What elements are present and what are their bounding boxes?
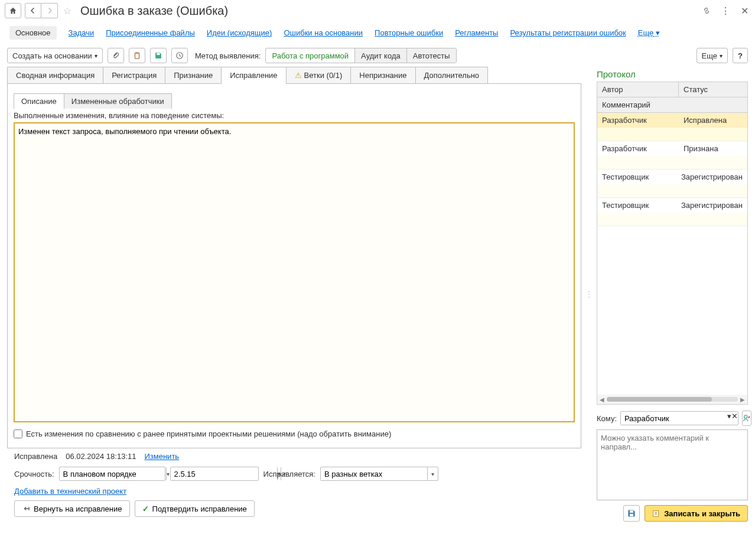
- protocol-row[interactable]: ТестировщикЗарегистрирован: [597, 170, 747, 198]
- warning-icon: ⚠: [295, 71, 302, 80]
- svg-rect-2: [157, 53, 160, 56]
- column-resizer[interactable]: [587, 67, 591, 522]
- link-repeated[interactable]: Повторные ошибки: [375, 28, 443, 37]
- svg-rect-5: [630, 510, 633, 513]
- link-results[interactable]: Результаты регистрации ошибок: [510, 28, 626, 37]
- urgency-input[interactable]: [60, 467, 166, 480]
- method-autotest[interactable]: Автотесты: [407, 48, 456, 63]
- diskette-button[interactable]: [150, 48, 167, 63]
- forward-button[interactable]: [41, 3, 58, 18]
- komu-field[interactable]: ▾ ✕: [620, 411, 738, 425]
- close-icon[interactable]: ✕: [738, 5, 750, 17]
- komu-clear[interactable]: ✕: [731, 412, 738, 425]
- komu-input[interactable]: [621, 412, 727, 425]
- inner-tab-description[interactable]: Описание: [14, 93, 64, 109]
- urgency-label: Срочность:: [14, 470, 54, 478]
- description-label: Выполненные изменения, влияние на поведе…: [14, 111, 575, 120]
- tab-registration[interactable]: Регистрация: [103, 67, 165, 83]
- link-more[interactable]: Еще ▾: [638, 28, 660, 37]
- svg-rect-6: [630, 514, 633, 516]
- tabs: Сводная информация Регистрация Признание…: [7, 67, 581, 84]
- link-icon[interactable]: [701, 5, 712, 17]
- toolbar-more-button[interactable]: Еще ▾: [697, 48, 728, 63]
- svg-rect-0: [135, 53, 139, 59]
- status-datetime: 06.02.2024 18:13:11: [66, 452, 136, 461]
- komu-user-button[interactable]: [742, 411, 751, 426]
- back-button[interactable]: [25, 3, 41, 18]
- version-field[interactable]: ▾ ↗: [170, 467, 259, 481]
- link-errors-base[interactable]: Ошибки на основании: [284, 28, 363, 37]
- urgency-field[interactable]: ▾: [59, 467, 165, 481]
- link-ideas[interactable]: Идеи (исходящие): [207, 28, 272, 37]
- komu-label: Кому:: [597, 414, 617, 423]
- star-icon[interactable]: ☆: [61, 5, 73, 17]
- urgency-dropdown[interactable]: ▾: [166, 467, 170, 480]
- protocol-head-author[interactable]: Автор: [597, 82, 679, 97]
- save-icon-button[interactable]: [623, 505, 640, 522]
- link-tasks[interactable]: Задачи: [69, 28, 95, 37]
- kebab-icon[interactable]: ⋮: [720, 5, 731, 17]
- home-button[interactable]: [5, 3, 21, 18]
- protocol-table: Автор Статус Комментарий РазработчикИспр…: [597, 82, 748, 405]
- save-close-button[interactable]: Записать и закрыть: [645, 505, 748, 522]
- protocol-hscroll[interactable]: ◀ ▶: [597, 395, 747, 404]
- clipboard-button[interactable]: [129, 48, 145, 63]
- attach-button[interactable]: [108, 48, 124, 63]
- svg-point-4: [744, 415, 747, 418]
- add-tech-project-link[interactable]: Добавить в технический проект: [14, 487, 126, 496]
- protocol-title: Протокол: [597, 67, 748, 82]
- check-icon: ✓: [142, 504, 149, 513]
- clock-button[interactable]: [171, 48, 188, 63]
- status-state: Исправлена: [14, 452, 57, 461]
- tab-additional[interactable]: Дополнительно: [415, 67, 489, 83]
- changes-checkbox-label: Есть изменения по сравнению с ранее прин…: [26, 429, 391, 438]
- protocol-row[interactable]: РазработчикИсправлена: [597, 113, 747, 141]
- method-program[interactable]: Работа с программой: [266, 48, 355, 63]
- fix-field[interactable]: ▾: [320, 467, 438, 481]
- tab-fix[interactable]: Исправление: [221, 67, 286, 83]
- tab-branches[interactable]: ⚠Ветки (0/1): [286, 67, 352, 83]
- fix-label: Исправляется:: [263, 470, 315, 478]
- tab-nonrecognition[interactable]: Непризнание: [350, 67, 415, 83]
- page-title: Ошибка в заказе (Ошибка): [80, 4, 228, 18]
- link-reglaments[interactable]: Регламенты: [455, 28, 498, 37]
- description-textarea[interactable]: [14, 122, 575, 422]
- help-button[interactable]: ?: [733, 48, 748, 63]
- fix-input[interactable]: [321, 467, 427, 480]
- fix-dropdown[interactable]: ▾: [427, 467, 438, 480]
- method-label: Метод выявления:: [195, 51, 261, 60]
- changes-checkbox[interactable]: [14, 429, 22, 438]
- tab-summary[interactable]: Сводная информация: [7, 67, 103, 83]
- tab-recognition[interactable]: Признание: [165, 67, 222, 83]
- protocol-head-status[interactable]: Статус: [679, 82, 747, 97]
- method-pill: Работа с программой Аудит кода Автотесты: [265, 48, 456, 63]
- link-files[interactable]: Присоединенные файлы: [106, 28, 195, 37]
- create-based-on-button[interactable]: Создать на основании ▾: [7, 48, 103, 63]
- protocol-row[interactable]: РазработчикПризнана: [597, 141, 747, 170]
- status-change-link[interactable]: Изменить: [144, 452, 179, 461]
- confirm-button[interactable]: ✓ Подтвердить исправление: [135, 500, 255, 517]
- method-audit[interactable]: Аудит кода: [355, 48, 407, 63]
- svg-rect-1: [136, 53, 138, 54]
- version-input[interactable]: [171, 467, 277, 480]
- link-main[interactable]: Основное: [9, 26, 57, 40]
- protocol-row[interactable]: ТестировщикЗарегистрирован: [597, 198, 747, 226]
- comment-textarea[interactable]: [597, 429, 748, 500]
- inner-tab-changed[interactable]: Измененные обработчики: [64, 93, 172, 109]
- return-button[interactable]: Вернуть на исправление: [14, 500, 130, 517]
- komu-dropdown[interactable]: ▾: [727, 412, 731, 425]
- protocol-head-comment[interactable]: Комментарий: [597, 97, 747, 113]
